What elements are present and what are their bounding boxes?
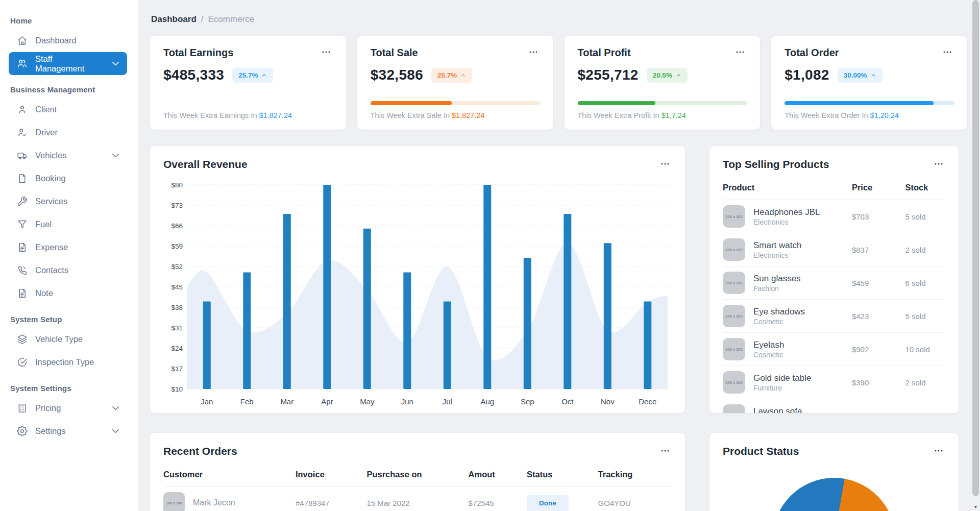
product-stock: 5 sold bbox=[905, 300, 946, 333]
file-icon bbox=[17, 173, 28, 184]
x-axis-tick-label: Oct bbox=[561, 397, 574, 406]
x-axis-tick-label: Dece bbox=[639, 397, 656, 406]
sidebar-item-label: Inspection Type bbox=[35, 357, 94, 367]
sidebar: HomeDashboardStaff ManagementBusiness Ma… bbox=[0, 0, 138, 511]
stat-card-footer-amount: $1,7.24 bbox=[662, 111, 686, 119]
stat-card-value: $485,333 bbox=[163, 67, 224, 83]
scrollbar-thumb[interactable] bbox=[972, 0, 979, 496]
sidebar-item-expense[interactable]: Expense bbox=[9, 236, 127, 259]
order-invoice: #4789347 bbox=[296, 487, 366, 511]
y-axis-tick-label: $10 bbox=[171, 385, 183, 393]
product-row-headphones-jbl[interactable]: 200 x 200Headphones JBLElectronics$7035 … bbox=[723, 200, 945, 233]
stat-card-menu-button[interactable] bbox=[941, 47, 954, 59]
stat-card-footer: This Week Extra Earnings In $1,827.24 bbox=[163, 111, 333, 119]
sidebar-section-label-system-settings: System Settings bbox=[10, 384, 128, 393]
chevron-up-icon bbox=[871, 72, 876, 78]
product-row-gold-side-table[interactable]: 200 x 200Gold side tableFurniture$3902 s… bbox=[723, 366, 945, 399]
sidebar-item-driver[interactable]: Driver bbox=[9, 121, 127, 144]
chevron-up-icon bbox=[261, 72, 267, 78]
recent-orders-menu-button[interactable] bbox=[658, 446, 672, 457]
sidebar-item-note[interactable]: Note bbox=[9, 282, 127, 305]
stat-change-badge: 25.7% bbox=[431, 68, 472, 83]
funnel-icon bbox=[17, 219, 28, 230]
product-price: $902 bbox=[852, 333, 905, 366]
stat-change-badge: 20.5% bbox=[647, 68, 688, 83]
stat-change-badge: 30.00% bbox=[838, 68, 883, 83]
person-icon bbox=[17, 104, 28, 115]
revenue-bar-dece bbox=[644, 302, 651, 389]
x-axis-tick-label: Apr bbox=[321, 397, 333, 406]
product-row-sun-glasses[interactable]: 200 x 200Sun glassesFashion$4596 sold bbox=[723, 266, 945, 300]
dots-menu-icon bbox=[933, 159, 944, 168]
product-status-donut-chart bbox=[773, 478, 895, 511]
breadcrumb: Dashboard / Ecommerce bbox=[151, 14, 967, 25]
product-thumbnail: 200 x 200 bbox=[723, 371, 745, 394]
product-status-card: Product Status bbox=[709, 433, 959, 511]
top-selling-products-title: Top Selling Products bbox=[723, 158, 829, 171]
sidebar-item-fuel[interactable]: Fuel bbox=[9, 213, 127, 236]
product-stock: 10 sold bbox=[905, 333, 946, 366]
x-axis-tick-label: May bbox=[360, 397, 375, 406]
stat-card-menu-button[interactable] bbox=[733, 47, 747, 59]
product-status-menu-button[interactable] bbox=[932, 446, 945, 457]
product-price: $703 bbox=[852, 200, 905, 233]
breadcrumb-current[interactable]: Dashboard bbox=[151, 14, 197, 25]
stat-progress-bar bbox=[578, 101, 747, 105]
note-icon bbox=[17, 288, 28, 299]
product-category: Cosmetic bbox=[753, 351, 784, 359]
product-price: $390 bbox=[852, 366, 905, 399]
products-col-product: Product bbox=[723, 178, 852, 200]
product-row-eye-shadows[interactable]: 200 x 200Eye shadowsCosmetic$4235 sold bbox=[723, 300, 945, 333]
app-root: HomeDashboardStaff ManagementBusiness Ma… bbox=[0, 0, 980, 511]
top-selling-products-menu-button[interactable] bbox=[932, 159, 945, 170]
sidebar-item-contacts[interactable]: Contacts bbox=[9, 259, 127, 282]
sidebar-item-settings[interactable]: Settings bbox=[9, 420, 127, 443]
order-amount: $72545 bbox=[469, 487, 527, 511]
sidebar-item-vehicle-type[interactable]: Vehicle Type bbox=[9, 328, 127, 351]
x-axis-tick-label: Feb bbox=[240, 397, 254, 406]
scrollbar-down-arrow[interactable]: ▾ bbox=[971, 503, 980, 510]
sidebar-item-booking[interactable]: Booking bbox=[9, 167, 127, 190]
chevron-down-icon bbox=[110, 150, 121, 161]
person-check-icon bbox=[17, 127, 28, 138]
sidebar-item-pricing[interactable]: Pricing bbox=[9, 397, 127, 420]
stat-card-menu-button[interactable] bbox=[320, 47, 333, 59]
sidebar-item-services[interactable]: Services bbox=[9, 190, 127, 213]
order-row-mark-jecon[interactable]: 100 x 100Mark Jecon#478934715 Mar 2022$7… bbox=[163, 487, 672, 511]
x-axis-tick-label: Aug bbox=[480, 397, 494, 406]
dots-menu-icon bbox=[933, 446, 944, 455]
product-row-eyelash[interactable]: 200 x 200EyelashCosmetic$90210 sold bbox=[723, 333, 945, 366]
main-content: Dashboard / Ecommerce Total Earnings$485… bbox=[138, 0, 980, 511]
sidebar-item-dashboard[interactable]: Dashboard bbox=[9, 29, 127, 52]
stat-card-footer: This Week Extra Order In $1,20.24 bbox=[785, 111, 954, 119]
sidebar-item-label: Dashboard bbox=[35, 36, 77, 45]
orders-col-status: Status bbox=[527, 465, 598, 487]
overall-revenue-menu-button[interactable] bbox=[658, 159, 672, 170]
check-circle-icon bbox=[17, 357, 28, 368]
stat-card-footer: This Week Extra Profit In $1,7.24 bbox=[578, 111, 747, 119]
stat-card-total-earnings: Total Earnings$485,33325.7%This Week Ext… bbox=[150, 36, 346, 130]
product-row-smart-watch[interactable]: 200 x 200Smart watchElectronics$8372 sol… bbox=[723, 233, 945, 266]
revenue-bar-nov bbox=[604, 243, 611, 389]
sidebar-item-vehicles[interactable]: Vehicles bbox=[9, 144, 127, 167]
recent-orders-card: Recent Orders Customer Invoice Pusrchase… bbox=[150, 433, 685, 511]
product-stock: 5 sold bbox=[905, 200, 946, 233]
product-price: $902 bbox=[852, 399, 905, 413]
stat-card-menu-button[interactable] bbox=[527, 47, 540, 59]
product-name: Eyelash bbox=[753, 339, 784, 350]
product-name: Lawson sofa bbox=[753, 406, 802, 413]
sidebar-item-label: Note bbox=[35, 288, 53, 298]
product-row-lawson-sofa[interactable]: 200 x 200Lawson sofaFurniture$9025 sold bbox=[723, 399, 945, 413]
x-axis-tick-label: Mar bbox=[280, 397, 293, 406]
product-thumbnail: 200 x 200 bbox=[723, 305, 745, 327]
product-thumbnail: 200 x 200 bbox=[723, 238, 745, 261]
stat-card-total-profit: Total Profit$255,71220.5%This Week Extra… bbox=[565, 36, 761, 130]
sidebar-item-staff-management[interactable]: Staff Management bbox=[9, 52, 127, 75]
product-category: Fashion bbox=[753, 284, 801, 293]
sidebar-item-client[interactable]: Client bbox=[9, 98, 127, 121]
sidebar-item-inspection-type[interactable]: Inspection Type bbox=[9, 351, 127, 374]
y-axis-tick-label: $17 bbox=[171, 365, 183, 373]
chevron-up-icon bbox=[460, 72, 466, 78]
order-status: Done bbox=[527, 487, 598, 511]
orders-col-customer: Customer bbox=[163, 465, 296, 487]
